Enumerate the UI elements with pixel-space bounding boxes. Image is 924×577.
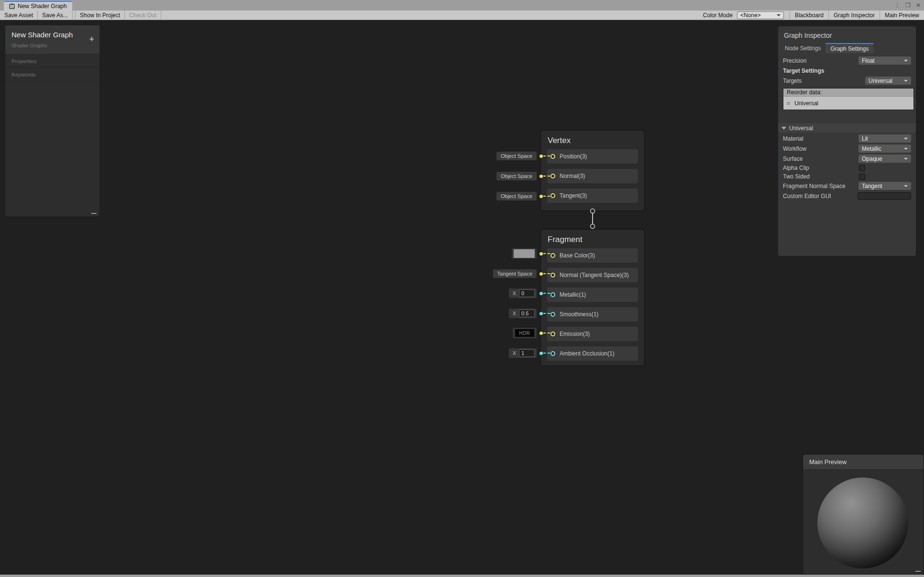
hdr-swatch[interactable]: HDR [515,329,535,337]
save-as-button[interactable]: Save As... [38,11,73,20]
blackboard-panel: New Shader Graph Shader Graphs + Propert… [5,25,100,217]
check-out-button: Check Out [124,11,161,20]
port-position[interactable]: Position(3) [547,149,638,164]
fragment-normal-space-dropdown[interactable]: Tangent [858,182,911,190]
alpha-clip-checkbox[interactable] [859,165,865,171]
color-swatch[interactable] [514,249,535,258]
custom-editor-gui-input[interactable] [858,192,911,200]
port-metallic[interactable]: Metallic(1) [547,288,638,302]
port-ambient-occlusion[interactable]: Ambient Occlusion(1) [547,346,638,361]
port-dot-icon [539,252,543,255]
vertex-node-title: Vertex [541,131,644,149]
space-dropdown[interactable]: Object Space [496,192,537,200]
blackboard-subtitle: Shader Graphs [11,43,93,48]
preview-sphere[interactable] [817,477,908,568]
universal-foldout[interactable]: Universal [778,123,916,133]
precision-dropdown[interactable]: Float [858,56,911,65]
port-dot-icon [539,195,543,198]
port-circle-icon[interactable] [550,273,555,277]
port-base-color[interactable]: Base Color(3) [547,248,638,263]
port-circle-icon[interactable] [550,292,555,297]
port-label: Normal(3) [560,173,585,179]
blackboard-toggle-button[interactable]: Blackboard [790,11,828,20]
tab-graph-settings[interactable]: Graph Settings [825,43,873,53]
position-space-widget[interactable]: Object Space [496,150,550,162]
base-color-widget[interactable] [512,248,550,259]
port-dot-icon [539,155,543,158]
vertex-fragment-edge[interactable] [588,208,597,229]
show-in-project-button[interactable]: Show In Project [75,11,124,20]
color-field[interactable] [512,248,537,259]
metallic-value-widget[interactable]: X [509,288,550,299]
port-circle-icon[interactable] [550,351,555,356]
port-circle-icon[interactable] [550,312,555,317]
ambient-occlusion-value-widget[interactable]: X [509,347,550,359]
hdr-color-field[interactable]: HDR [513,328,537,338]
workflow-dropdown[interactable]: Metallic [858,144,911,153]
shader-graph-icon [9,3,15,9]
main-preview-toggle-button[interactable]: Main Preview [880,11,924,20]
dashed-connector [543,253,550,254]
vertex-node[interactable]: Vertex Position(3) Normal(3) Tangent(3) [540,130,645,211]
port-normal-tangent-space[interactable]: Normal (Tangent Space)(3) [547,268,638,282]
port-circle-icon[interactable] [550,332,555,336]
ambient-occlusion-input[interactable] [519,349,535,357]
metallic-input[interactable] [519,289,535,297]
port-dot-icon [539,332,543,335]
color-mode-dropdown[interactable]: <None> [737,11,784,19]
normal-space-widget[interactable]: Object Space [496,170,550,182]
dashed-connector [543,196,550,197]
targets-dropdown[interactable]: Universal [865,77,911,85]
surface-dropdown[interactable]: Opaque [858,155,911,163]
material-dropdown[interactable]: Lit [858,134,911,143]
space-dropdown[interactable]: Object Space [496,152,537,160]
port-smoothness[interactable]: Smoothness(1) [547,307,638,322]
window-titlebar: New Shader Graph ⋮ ❐ ✕ [0,0,924,11]
blackboard-section-properties[interactable]: Properties [5,55,99,68]
smoothness-value-widget[interactable]: X [509,308,550,319]
tangent-space-widget[interactable]: Object Space [496,190,550,202]
blackboard-resize-handle[interactable] [91,213,97,214]
window-controls: ⋮ ❐ ✕ [894,0,921,11]
port-dot-icon [539,272,543,276]
port-circle-icon[interactable] [550,193,555,198]
kebab-menu-icon[interactable]: ⋮ [894,2,900,8]
normal-space-widget-fragment[interactable]: Tangent Space [493,268,550,279]
color-mode-value: <None> [740,12,761,19]
port-tangent[interactable]: Tangent(3) [547,189,638,203]
port-circle-icon[interactable] [550,154,555,159]
port-label: Normal (Tangent Space)(3) [560,272,629,278]
targets-label: Targets [783,78,865,84]
add-property-button[interactable]: + [89,35,94,44]
graph-inspector-toggle-button[interactable]: Graph Inspector [828,11,880,20]
space-dropdown[interactable]: Object Space [496,172,537,180]
two-sided-checkbox[interactable] [859,174,865,180]
port-normal[interactable]: Normal(3) [547,169,638,183]
precision-value: Float [862,57,875,64]
main-preview-panel: Main Preview [803,454,924,575]
close-icon[interactable]: ✕ [916,2,921,8]
fragment-normal-space-label: Fragment Normal Space [783,183,858,189]
tab-node-settings[interactable]: Node Settings [780,43,825,53]
port-circle-icon[interactable] [550,174,555,178]
blackboard-section-keywords[interactable]: Keywords [5,68,99,81]
emission-color-widget[interactable]: HDR [513,327,550,339]
chevron-down-icon [904,185,908,187]
x-axis-label: X [511,290,516,296]
port-label: Emission(3) [560,331,590,337]
reorder-item-universal[interactable]: = Universal [783,96,913,110]
preview-resize-handle[interactable] [915,571,921,572]
save-asset-button[interactable]: Save Asset [0,11,38,20]
port-circle-icon[interactable] [550,253,555,258]
main-preview-header[interactable]: Main Preview [803,455,924,470]
maximize-icon[interactable]: ❐ [905,2,911,8]
fragment-node[interactable]: Fragment Base Color(3) Normal (Tangent S… [540,229,645,366]
drag-handle-icon[interactable]: = [787,100,790,107]
port-emission[interactable]: Emission(3) [547,327,638,341]
dashed-connector [543,313,550,314]
port-label: Tangent(3) [560,192,587,199]
toolbar-spacer [161,11,702,20]
tab-new-shader-graph[interactable]: New Shader Graph [4,1,72,11]
smoothness-input[interactable] [519,310,535,317]
space-dropdown[interactable]: Tangent Space [493,269,537,278]
